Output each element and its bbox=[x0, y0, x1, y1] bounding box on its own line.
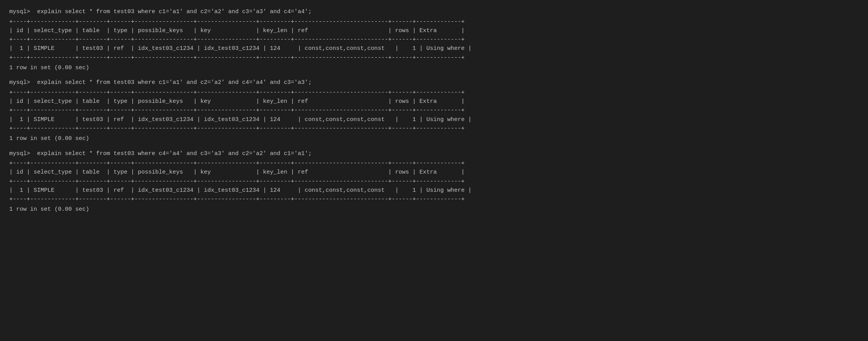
separator-mid-3: +----+-------------+--------+------+----… bbox=[9, 177, 859, 186]
data-row-2: | 1 | SIMPLE | test03 | ref | idx_test03… bbox=[9, 115, 859, 124]
separator-bot-2: +----+-------------+--------+------+----… bbox=[9, 124, 859, 133]
terminal: mysql> explain select * from test03 wher… bbox=[9, 8, 859, 214]
header-row-1: | id | select_type | table | type | poss… bbox=[9, 26, 859, 35]
result-2: 1 row in set (0.00 sec) bbox=[9, 135, 859, 143]
separator-mid-1: +----+-------------+--------+------+----… bbox=[9, 35, 859, 44]
separator-bot-3: +----+-------------+--------+------+----… bbox=[9, 195, 859, 204]
separator-mid-2: +----+-------------+--------+------+----… bbox=[9, 106, 859, 115]
separator-top-2: +----+-------------+--------+------+----… bbox=[9, 88, 859, 97]
table-block-2: +----+-------------+--------+------+----… bbox=[9, 88, 859, 133]
command-2: mysql> explain select * from test03 wher… bbox=[9, 78, 859, 87]
result-3: 1 row in set (0.00 sec) bbox=[9, 205, 859, 214]
table-block-1: +----+-------------+--------+------+----… bbox=[9, 17, 859, 62]
header-row-3: | id | select_type | table | type | poss… bbox=[9, 168, 859, 177]
separator-top-1: +----+-------------+--------+------+----… bbox=[9, 17, 859, 26]
result-1: 1 row in set (0.00 sec) bbox=[9, 64, 859, 73]
separator-bot-1: +----+-------------+--------+------+----… bbox=[9, 53, 859, 62]
data-row-3: | 1 | SIMPLE | test03 | ref | idx_test03… bbox=[9, 186, 859, 195]
command-1: mysql> explain select * from test03 wher… bbox=[9, 8, 859, 17]
query-section-2: mysql> explain select * from test03 wher… bbox=[9, 78, 859, 143]
query-section-3: mysql> explain select * from test03 wher… bbox=[9, 150, 859, 214]
data-row-1: | 1 | SIMPLE | test03 | ref | idx_test03… bbox=[9, 44, 859, 53]
command-3: mysql> explain select * from test03 wher… bbox=[9, 150, 859, 159]
query-section-1: mysql> explain select * from test03 wher… bbox=[9, 8, 859, 72]
table-block-3: +----+-------------+--------+------+----… bbox=[9, 159, 859, 204]
header-row-2: | id | select_type | table | type | poss… bbox=[9, 97, 859, 106]
separator-top-3: +----+-------------+--------+------+----… bbox=[9, 159, 859, 168]
